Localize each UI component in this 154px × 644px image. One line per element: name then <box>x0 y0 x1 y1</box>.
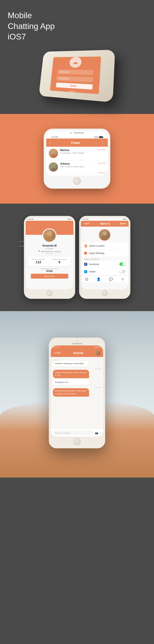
chats-title: Chats <box>71 141 80 145</box>
settings-nav-bar: ‹ Back Aaron S Done <box>81 221 129 227</box>
settings-status-time: 4:21 PM <box>83 218 89 220</box>
facebook-toggle-thumb <box>122 263 125 266</box>
block-user-button[interactable]: Block User <box>31 274 68 279</box>
unread-badge-martina: 2 <box>55 149 58 151</box>
settings-battery: 100% <box>122 218 126 220</box>
chat-screen-back-button[interactable]: ‹ Chats <box>53 352 61 354</box>
phone-camera-area <box>46 131 108 135</box>
message-1-text: Hi Aaron! I liked your t-shirt today... <box>55 362 85 365</box>
hero-title-line2: Chatting App <box>8 22 55 31</box>
profile-location-text: Bondi Beach, Sydney <box>41 250 61 253</box>
register-link-hero[interactable]: Register → <box>69 90 78 92</box>
stats-divider <box>48 259 49 264</box>
profile-status-bar: 4:21 PM 100% <box>26 218 73 221</box>
app-logo: ☁ <box>69 57 82 68</box>
home-button-chat-photo[interactable] <box>73 438 81 445</box>
hero-phone-frame: ☁ Username Password Enter Register → <box>39 50 115 102</box>
location-chevron-icon: › <box>125 245 126 247</box>
chat-input-icons: 📷 ➤ <box>95 431 101 434</box>
message-1-bubble: Hi Aaron! I liked your t-shirt today... <box>53 361 89 367</box>
chat-time-bottom-joleena: 01:28 AM <box>98 172 105 174</box>
speaker-bar <box>74 132 84 134</box>
status-bar: 4:21 PM 100% <box>46 135 108 139</box>
shared-interests-stat: SHARED INTERESTS 8 <box>52 259 67 264</box>
twitter-toggle[interactable] <box>119 270 126 273</box>
birthday-row-text: Select Birthday <box>89 252 125 255</box>
password-field-hero[interactable]: Password <box>56 76 93 82</box>
chat-screen-avatar <box>95 350 101 355</box>
message-2-bubble: Thanks! What's your name? Give me a clue… <box>53 370 89 378</box>
birthday-row-icon <box>84 251 88 255</box>
password-placeholder: Password <box>58 77 69 80</box>
mutual-friends-stat: MUTUAL FRIENDS 112 <box>32 259 45 264</box>
twitter-toggle-thumb <box>120 270 122 273</box>
settings-back-button[interactable]: ‹ Back <box>83 222 90 225</box>
twitter-row-icon: 🐦 <box>84 270 88 273</box>
facebook-row-text: Facebook <box>89 263 119 266</box>
chat-preview-joleena: "Idk! I know w else to say..." <box>60 165 105 168</box>
twitter-row[interactable]: 🐦 Twitter <box>81 268 129 276</box>
chat-screen-title: Amanda <box>73 352 83 354</box>
status-time: 4:21 PM <box>51 136 58 138</box>
chats-phone-frame: 4:21 PM 100% ‹ Chats ⋮ <box>44 129 110 189</box>
location-icon: 📍 <box>38 250 41 253</box>
chat-preview-martina: "Loved your T-Shirt Today!" <box>60 152 105 154</box>
chat-photo-screen: 4:31 PM 100% 🔋 ‹ Chats Amanda 5:14 AM Hi… <box>51 345 103 437</box>
tab-photo-icon[interactable]: 🖼 <box>85 277 88 281</box>
hero-phone-screen: ☁ Username Password Enter Register → <box>50 57 101 94</box>
chats-back-button[interactable]: ‹ <box>49 141 51 145</box>
profile-name: Amanda M <box>26 244 73 247</box>
hero-title-line1: Mobile <box>8 11 32 20</box>
hero-phone: ☁ Username Password Enter Register → <box>36 50 118 101</box>
home-button-profile[interactable] <box>47 290 52 296</box>
message-4: 5:44 PM Where did you see me?? Was it la… <box>53 386 101 397</box>
tab-chat-icon[interactable]: 💬 <box>109 277 113 281</box>
sidebar-time-2: 5:33 PM <box>19 245 24 247</box>
birthday-cake-icon <box>84 252 87 255</box>
profile-screen: 4:21 PM 100% ⋮ Amanda M 22 years 📍 Bondi… <box>26 218 73 289</box>
chat-item-martina[interactable]: 2 Martina "Loved your T-Shirt Today!" 02… <box>46 147 108 160</box>
settings-screen: 4:21 PM 100% ‹ Back Aaron S Done Select … <box>81 218 129 289</box>
home-button[interactable] <box>73 177 81 185</box>
settings-title: Aaron S <box>100 222 110 225</box>
sidebar-timestamps: 5:26 AM 5:33 PM <box>19 241 24 247</box>
profile-avatar-section <box>26 228 73 242</box>
phone-camera-top <box>76 340 78 342</box>
facebook-toggle[interactable] <box>119 262 126 266</box>
chat-status-bar: 4:31 PM 100% 🔋 <box>51 345 103 349</box>
username-field-hero[interactable]: Username <box>57 69 94 75</box>
chats-section: 4:21 PM 100% ‹ Chats ⋮ <box>0 114 154 204</box>
facebook-icon: f <box>84 263 87 266</box>
location-row[interactable]: Select Location › <box>81 242 129 250</box>
sidebar-time-1: 5:26 AM <box>19 241 24 242</box>
settings-done-button[interactable]: Done <box>120 222 126 225</box>
profile-time-ago: 2 hours ago <box>26 253 73 255</box>
send-input-icon[interactable]: ➤ <box>99 431 101 434</box>
chats-more-button[interactable]: ⋮ <box>101 141 105 145</box>
camera-input-icon[interactable]: 📷 <box>95 431 98 434</box>
camera-dot <box>70 132 72 134</box>
enter-button-hero[interactable]: Enter <box>56 82 93 89</box>
profiles-section: 5:26 AM 5:33 PM 4:21 PM 100% ⋮ Amanda <box>0 204 154 311</box>
profile-age: 22 years <box>26 247 73 250</box>
profile-location-row: 📍 Bondi Beach, Sydney <box>26 250 73 253</box>
settings-status-bar: 4:21 PM 100% <box>81 218 129 221</box>
enter-label: Enter <box>70 84 77 87</box>
home-button-settings[interactable] <box>102 290 108 296</box>
chat-time-martina: 02:14 PM <box>98 149 105 151</box>
tab-settings-icon[interactable]: ⚙ <box>121 277 124 281</box>
tab-profile-icon[interactable]: 👤 <box>97 277 101 281</box>
chat-item-joleena[interactable]: Joleena "Idk! I know w else to say..." 0… <box>46 160 108 176</box>
message-input-field[interactable]: Type your message... <box>53 430 94 435</box>
location-row-icon <box>84 244 88 248</box>
chats-phone-screen: 4:21 PM 100% ‹ Chats ⋮ <box>46 131 108 176</box>
facebook-row[interactable]: f Facebook <box>81 261 129 268</box>
relationship-value: Single <box>28 270 71 272</box>
profile-battery: 100% <box>67 218 71 220</box>
message-1: 5:14 AM Hi Aaron! I liked your t-shirt t… <box>53 359 101 367</box>
profile-stats: MUTUAL FRIENDS 112 SHARED INTERESTS 8 <box>28 257 71 266</box>
message-3-text: Any guess, it is ... <box>55 381 70 383</box>
birthday-row[interactable]: Select Birthday › <box>81 250 129 257</box>
twitter-row-text: Twitter <box>89 270 119 273</box>
settings-phone-right: 4:21 PM 100% ‹ Back Aaron S Done Select … <box>79 216 130 299</box>
